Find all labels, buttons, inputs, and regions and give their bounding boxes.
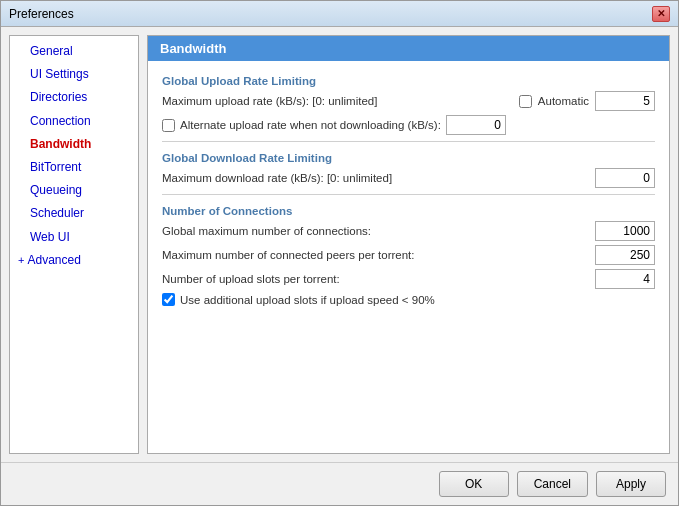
automatic-label: Automatic bbox=[538, 95, 589, 107]
extra-slots-row: Use additional upload slots if upload sp… bbox=[162, 293, 655, 306]
separator-1 bbox=[162, 141, 655, 142]
preferences-window: Preferences ✕ General UI Settings Direct… bbox=[0, 0, 679, 506]
download-group-title: Global Download Rate Limiting bbox=[162, 152, 655, 164]
max-download-label: Maximum download rate (kB/s): [0: unlimi… bbox=[162, 172, 589, 184]
sidebar-item-ui-settings[interactable]: UI Settings bbox=[10, 63, 138, 86]
main-content: Bandwidth Global Upload Rate Limiting Ma… bbox=[147, 35, 670, 454]
sidebar: General UI Settings Directories Connecti… bbox=[9, 35, 139, 454]
upload-rate-row: Maximum upload rate (kB/s): [0: unlimite… bbox=[162, 91, 655, 111]
extra-slots-checkbox[interactable] bbox=[162, 293, 175, 306]
close-button[interactable]: ✕ bbox=[652, 6, 670, 22]
alternate-upload-row: Alternate upload rate when not downloadi… bbox=[162, 115, 655, 135]
upload-group-title: Global Upload Rate Limiting bbox=[162, 75, 655, 87]
alternate-checkbox[interactable] bbox=[162, 119, 175, 132]
sidebar-item-bandwidth[interactable]: Bandwidth bbox=[10, 133, 138, 156]
window-title: Preferences bbox=[9, 7, 74, 21]
title-bar: Preferences ✕ bbox=[1, 1, 678, 27]
window-body: General UI Settings Directories Connecti… bbox=[1, 27, 678, 462]
global-max-input[interactable] bbox=[595, 221, 655, 241]
sidebar-item-scheduler[interactable]: Scheduler bbox=[10, 202, 138, 225]
alternate-upload-input[interactable] bbox=[446, 115, 506, 135]
peers-input[interactable] bbox=[595, 245, 655, 265]
slots-label: Number of upload slots per torrent: bbox=[162, 273, 589, 285]
sidebar-item-queueing[interactable]: Queueing bbox=[10, 179, 138, 202]
global-max-label: Global maximum number of connections: bbox=[162, 225, 589, 237]
alternate-label: Alternate upload rate when not downloadi… bbox=[180, 119, 441, 131]
max-download-input[interactable] bbox=[595, 168, 655, 188]
connections-group-title: Number of Connections bbox=[162, 205, 655, 217]
download-rate-row: Maximum download rate (kB/s): [0: unlimi… bbox=[162, 168, 655, 188]
max-upload-label: Maximum upload rate (kB/s): [0: unlimite… bbox=[162, 95, 511, 107]
sidebar-item-advanced[interactable]: Advanced bbox=[10, 249, 138, 272]
sidebar-item-bittorrent[interactable]: BitTorrent bbox=[10, 156, 138, 179]
peers-per-torrent-row: Maximum number of connected peers per to… bbox=[162, 245, 655, 265]
max-upload-input[interactable] bbox=[595, 91, 655, 111]
peers-label: Maximum number of connected peers per to… bbox=[162, 249, 589, 261]
automatic-checkbox[interactable] bbox=[519, 95, 532, 108]
sidebar-item-directories[interactable]: Directories bbox=[10, 86, 138, 109]
sidebar-item-connection[interactable]: Connection bbox=[10, 110, 138, 133]
sidebar-item-general[interactable]: General bbox=[10, 40, 138, 63]
upload-slots-row: Number of upload slots per torrent: bbox=[162, 269, 655, 289]
apply-button[interactable]: Apply bbox=[596, 471, 666, 497]
separator-2 bbox=[162, 194, 655, 195]
slots-input[interactable] bbox=[595, 269, 655, 289]
extra-slots-label: Use additional upload slots if upload sp… bbox=[180, 294, 435, 306]
global-max-connections-row: Global maximum number of connections: bbox=[162, 221, 655, 241]
sidebar-item-web-ui[interactable]: Web UI bbox=[10, 226, 138, 249]
ok-button[interactable]: OK bbox=[439, 471, 509, 497]
upload-right-controls: Automatic bbox=[519, 91, 655, 111]
content-area: Global Upload Rate Limiting Maximum uplo… bbox=[148, 61, 669, 453]
section-title: Bandwidth bbox=[148, 36, 669, 61]
cancel-button[interactable]: Cancel bbox=[517, 471, 588, 497]
footer: OK Cancel Apply bbox=[1, 462, 678, 505]
